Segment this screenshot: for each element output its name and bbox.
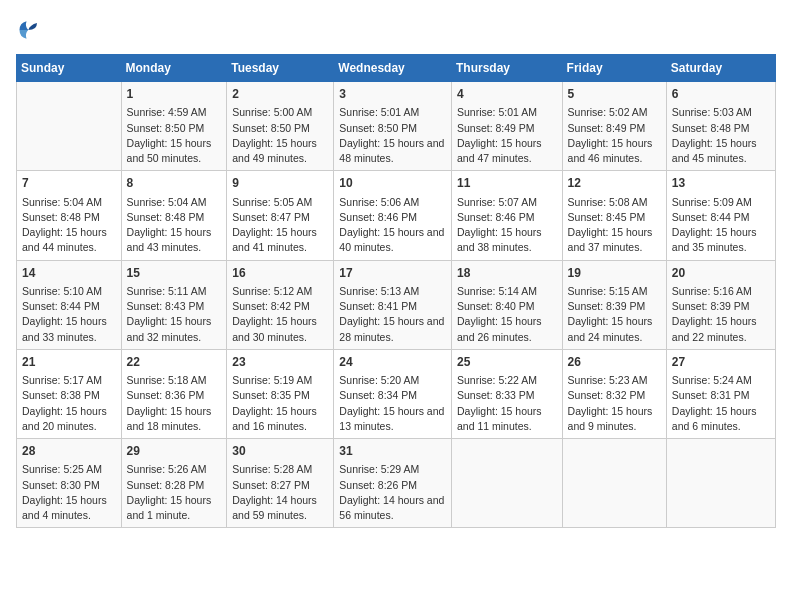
calendar-cell: 2Sunrise: 5:00 AM Sunset: 8:50 PM Daylig… <box>227 82 334 171</box>
calendar-table: SundayMondayTuesdayWednesdayThursdayFrid… <box>16 54 776 528</box>
day-number: 3 <box>339 86 446 103</box>
col-header-thursday: Thursday <box>451 55 562 82</box>
calendar-cell <box>666 439 775 528</box>
day-number: 2 <box>232 86 328 103</box>
calendar-cell: 24Sunrise: 5:20 AM Sunset: 8:34 PM Dayli… <box>334 349 452 438</box>
day-number: 17 <box>339 265 446 282</box>
day-number: 7 <box>22 175 116 192</box>
day-number: 6 <box>672 86 770 103</box>
calendar-cell: 11Sunrise: 5:07 AM Sunset: 8:46 PM Dayli… <box>451 171 562 260</box>
calendar-cell <box>451 439 562 528</box>
day-info: Sunrise: 5:26 AM Sunset: 8:28 PM Dayligh… <box>127 462 222 523</box>
day-number: 28 <box>22 443 116 460</box>
calendar-cell: 23Sunrise: 5:19 AM Sunset: 8:35 PM Dayli… <box>227 349 334 438</box>
calendar-cell: 12Sunrise: 5:08 AM Sunset: 8:45 PM Dayli… <box>562 171 666 260</box>
day-info: Sunrise: 5:01 AM Sunset: 8:49 PM Dayligh… <box>457 105 557 166</box>
day-info: Sunrise: 5:20 AM Sunset: 8:34 PM Dayligh… <box>339 373 446 434</box>
calendar-cell: 30Sunrise: 5:28 AM Sunset: 8:27 PM Dayli… <box>227 439 334 528</box>
day-number: 14 <box>22 265 116 282</box>
day-info: Sunrise: 5:28 AM Sunset: 8:27 PM Dayligh… <box>232 462 328 523</box>
day-number: 31 <box>339 443 446 460</box>
day-number: 21 <box>22 354 116 371</box>
day-info: Sunrise: 5:19 AM Sunset: 8:35 PM Dayligh… <box>232 373 328 434</box>
day-number: 27 <box>672 354 770 371</box>
day-info: Sunrise: 4:59 AM Sunset: 8:50 PM Dayligh… <box>127 105 222 166</box>
day-number: 9 <box>232 175 328 192</box>
day-info: Sunrise: 5:01 AM Sunset: 8:50 PM Dayligh… <box>339 105 446 166</box>
calendar-cell: 22Sunrise: 5:18 AM Sunset: 8:36 PM Dayli… <box>121 349 227 438</box>
day-number: 10 <box>339 175 446 192</box>
day-info: Sunrise: 5:15 AM Sunset: 8:39 PM Dayligh… <box>568 284 661 345</box>
calendar-cell: 6Sunrise: 5:03 AM Sunset: 8:48 PM Daylig… <box>666 82 775 171</box>
calendar-cell: 20Sunrise: 5:16 AM Sunset: 8:39 PM Dayli… <box>666 260 775 349</box>
day-info: Sunrise: 5:03 AM Sunset: 8:48 PM Dayligh… <box>672 105 770 166</box>
day-number: 4 <box>457 86 557 103</box>
calendar-cell: 14Sunrise: 5:10 AM Sunset: 8:44 PM Dayli… <box>17 260 122 349</box>
day-info: Sunrise: 5:09 AM Sunset: 8:44 PM Dayligh… <box>672 195 770 256</box>
calendar-cell: 29Sunrise: 5:26 AM Sunset: 8:28 PM Dayli… <box>121 439 227 528</box>
logo-icon <box>16 16 44 44</box>
day-number: 23 <box>232 354 328 371</box>
calendar-cell <box>562 439 666 528</box>
calendar-cell: 16Sunrise: 5:12 AM Sunset: 8:42 PM Dayli… <box>227 260 334 349</box>
day-info: Sunrise: 5:13 AM Sunset: 8:41 PM Dayligh… <box>339 284 446 345</box>
day-number: 11 <box>457 175 557 192</box>
day-info: Sunrise: 5:12 AM Sunset: 8:42 PM Dayligh… <box>232 284 328 345</box>
day-info: Sunrise: 5:18 AM Sunset: 8:36 PM Dayligh… <box>127 373 222 434</box>
col-header-tuesday: Tuesday <box>227 55 334 82</box>
col-header-sunday: Sunday <box>17 55 122 82</box>
calendar-cell: 19Sunrise: 5:15 AM Sunset: 8:39 PM Dayli… <box>562 260 666 349</box>
day-info: Sunrise: 5:25 AM Sunset: 8:30 PM Dayligh… <box>22 462 116 523</box>
day-info: Sunrise: 5:14 AM Sunset: 8:40 PM Dayligh… <box>457 284 557 345</box>
calendar-cell: 7Sunrise: 5:04 AM Sunset: 8:48 PM Daylig… <box>17 171 122 260</box>
day-info: Sunrise: 5:10 AM Sunset: 8:44 PM Dayligh… <box>22 284 116 345</box>
calendar-cell: 25Sunrise: 5:22 AM Sunset: 8:33 PM Dayli… <box>451 349 562 438</box>
col-header-monday: Monday <box>121 55 227 82</box>
calendar-cell: 8Sunrise: 5:04 AM Sunset: 8:48 PM Daylig… <box>121 171 227 260</box>
day-number: 20 <box>672 265 770 282</box>
calendar-cell: 10Sunrise: 5:06 AM Sunset: 8:46 PM Dayli… <box>334 171 452 260</box>
day-info: Sunrise: 5:07 AM Sunset: 8:46 PM Dayligh… <box>457 195 557 256</box>
day-info: Sunrise: 5:29 AM Sunset: 8:26 PM Dayligh… <box>339 462 446 523</box>
calendar-cell: 28Sunrise: 5:25 AM Sunset: 8:30 PM Dayli… <box>17 439 122 528</box>
calendar-cell: 9Sunrise: 5:05 AM Sunset: 8:47 PM Daylig… <box>227 171 334 260</box>
day-number: 8 <box>127 175 222 192</box>
day-number: 15 <box>127 265 222 282</box>
day-info: Sunrise: 5:24 AM Sunset: 8:31 PM Dayligh… <box>672 373 770 434</box>
calendar-cell: 3Sunrise: 5:01 AM Sunset: 8:50 PM Daylig… <box>334 82 452 171</box>
day-number: 29 <box>127 443 222 460</box>
calendar-cell: 13Sunrise: 5:09 AM Sunset: 8:44 PM Dayli… <box>666 171 775 260</box>
day-number: 22 <box>127 354 222 371</box>
calendar-cell: 31Sunrise: 5:29 AM Sunset: 8:26 PM Dayli… <box>334 439 452 528</box>
calendar-cell: 21Sunrise: 5:17 AM Sunset: 8:38 PM Dayli… <box>17 349 122 438</box>
day-info: Sunrise: 5:08 AM Sunset: 8:45 PM Dayligh… <box>568 195 661 256</box>
day-info: Sunrise: 5:06 AM Sunset: 8:46 PM Dayligh… <box>339 195 446 256</box>
day-info: Sunrise: 5:11 AM Sunset: 8:43 PM Dayligh… <box>127 284 222 345</box>
calendar-cell: 15Sunrise: 5:11 AM Sunset: 8:43 PM Dayli… <box>121 260 227 349</box>
calendar-cell: 26Sunrise: 5:23 AM Sunset: 8:32 PM Dayli… <box>562 349 666 438</box>
day-number: 19 <box>568 265 661 282</box>
day-number: 5 <box>568 86 661 103</box>
col-header-friday: Friday <box>562 55 666 82</box>
calendar-cell: 5Sunrise: 5:02 AM Sunset: 8:49 PM Daylig… <box>562 82 666 171</box>
logo <box>16 16 48 44</box>
calendar-cell: 18Sunrise: 5:14 AM Sunset: 8:40 PM Dayli… <box>451 260 562 349</box>
calendar-cell: 27Sunrise: 5:24 AM Sunset: 8:31 PM Dayli… <box>666 349 775 438</box>
col-header-wednesday: Wednesday <box>334 55 452 82</box>
day-number: 26 <box>568 354 661 371</box>
day-info: Sunrise: 5:17 AM Sunset: 8:38 PM Dayligh… <box>22 373 116 434</box>
calendar-cell: 4Sunrise: 5:01 AM Sunset: 8:49 PM Daylig… <box>451 82 562 171</box>
day-number: 30 <box>232 443 328 460</box>
day-number: 25 <box>457 354 557 371</box>
day-number: 24 <box>339 354 446 371</box>
day-info: Sunrise: 5:02 AM Sunset: 8:49 PM Dayligh… <box>568 105 661 166</box>
day-number: 13 <box>672 175 770 192</box>
day-number: 16 <box>232 265 328 282</box>
calendar-cell: 17Sunrise: 5:13 AM Sunset: 8:41 PM Dayli… <box>334 260 452 349</box>
col-header-saturday: Saturday <box>666 55 775 82</box>
day-info: Sunrise: 5:23 AM Sunset: 8:32 PM Dayligh… <box>568 373 661 434</box>
day-info: Sunrise: 5:16 AM Sunset: 8:39 PM Dayligh… <box>672 284 770 345</box>
day-number: 12 <box>568 175 661 192</box>
day-info: Sunrise: 5:05 AM Sunset: 8:47 PM Dayligh… <box>232 195 328 256</box>
day-info: Sunrise: 5:22 AM Sunset: 8:33 PM Dayligh… <box>457 373 557 434</box>
